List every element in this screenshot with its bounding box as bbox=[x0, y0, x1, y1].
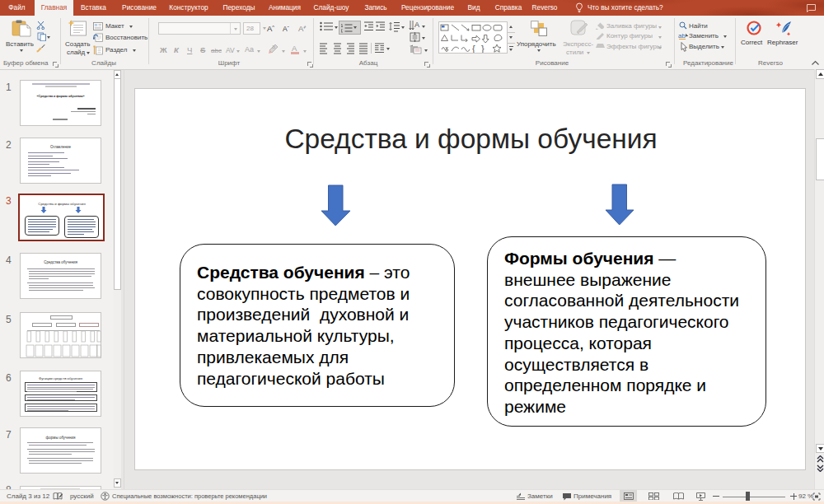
svg-text:А: А bbox=[414, 21, 419, 29]
svg-text:{: { bbox=[472, 44, 475, 53]
svg-text:ab: ab bbox=[678, 32, 686, 40]
svg-text:}: } bbox=[481, 44, 485, 53]
svg-text:a: a bbox=[272, 44, 275, 49]
